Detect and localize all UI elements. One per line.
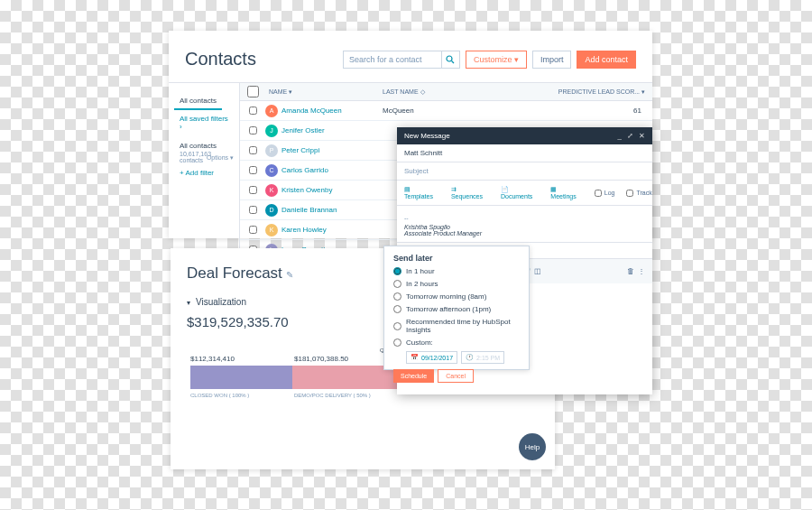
- documents-link[interactable]: 📄 Documents: [501, 186, 541, 199]
- bar-closed-won[interactable]: [190, 366, 292, 389]
- contacts-sidebar: All contacts All saved filters › All con…: [169, 83, 239, 260]
- contact-name[interactable]: Carlos Garrido: [281, 166, 383, 174]
- seg2-value: $181,070,388.50: [294, 355, 348, 363]
- import-button[interactable]: Import: [532, 51, 572, 69]
- opt-2hours[interactable]: In 2 hours: [393, 280, 520, 288]
- col-score[interactable]: PREDICTIVE LEAD SCOR... ▾: [491, 88, 652, 96]
- select-all-checkbox[interactable]: [247, 86, 259, 97]
- signature-title: Associate Product Manager: [404, 230, 645, 236]
- cancel-button[interactable]: Cancel: [438, 369, 474, 383]
- row-checkbox[interactable]: [249, 126, 257, 134]
- send-later-popup: Send later In 1 hour In 2 hours Tomorrow…: [383, 246, 530, 370]
- avatar: C: [265, 164, 278, 177]
- svg-line-1: [452, 60, 455, 63]
- row-checkbox[interactable]: [249, 226, 257, 234]
- table-header: NAME ▾ LAST NAME ◇ PREDICTIVE LEAD SCOR.…: [240, 83, 652, 101]
- svg-point-0: [447, 56, 452, 61]
- row-checkbox[interactable]: [249, 186, 257, 194]
- opt-custom[interactable]: Custom:: [393, 338, 520, 347]
- custom-time-input[interactable]: 🕐 2:15 PM: [461, 351, 504, 364]
- add-contact-button[interactable]: Add contact: [577, 51, 636, 69]
- seg2-label: DEMO/POC DELIVERY ( 50% ): [294, 393, 371, 398]
- table-row[interactable]: A Amanda McQueen McQueen 61: [240, 101, 652, 121]
- seg1-label: CLOSED WON ( 100% ): [190, 393, 294, 398]
- subject-field[interactable]: Subject: [397, 162, 652, 181]
- custom-date-input[interactable]: 📅 09/12/2017: [406, 351, 457, 364]
- log-checkbox[interactable]: [595, 190, 602, 197]
- close-icon[interactable]: ✕: [639, 132, 645, 140]
- contacts-header: Contacts Search for a contact Customize …: [169, 31, 652, 82]
- seg1-value: $112,314,410: [190, 355, 294, 363]
- sidebar-tab-all[interactable]: All contacts: [174, 93, 222, 110]
- trash-icon[interactable]: 🗑: [627, 267, 634, 275]
- contact-name[interactable]: Karen Howley: [281, 226, 383, 234]
- customize-button[interactable]: Customize ▾: [466, 51, 527, 69]
- row-checkbox[interactable]: [249, 107, 257, 115]
- avatar: P: [265, 144, 278, 157]
- help-button[interactable]: Help: [519, 433, 546, 460]
- opt-tomorrow-afternoon[interactable]: Tomorrow afternoon (1pm): [393, 305, 520, 313]
- contact-name[interactable]: Jenifer Ostler: [281, 126, 383, 134]
- add-filter-link[interactable]: + Add filter: [174, 163, 234, 182]
- contact-name[interactable]: Amanda McQueen: [281, 107, 383, 115]
- minimize-icon[interactable]: _: [618, 132, 622, 140]
- contact-lastname: McQueen: [383, 107, 491, 115]
- opt-1hour[interactable]: In 1 hour: [393, 267, 520, 275]
- saved-filters-link[interactable]: All saved filters ›: [174, 113, 234, 136]
- track-checkbox[interactable]: [626, 190, 633, 197]
- search-icon[interactable]: [442, 51, 460, 69]
- avatar: K: [265, 184, 278, 197]
- sidebar-heading: All contacts: [174, 136, 234, 151]
- page-title: Contacts: [185, 49, 343, 70]
- sequences-link[interactable]: ⇉ Sequences: [451, 186, 492, 199]
- message-body[interactable]: -- Krishtha Spugllo Associate Product Ma…: [397, 206, 652, 242]
- col-lastname[interactable]: LAST NAME ◇: [383, 88, 491, 96]
- edit-icon[interactable]: ✎: [286, 270, 293, 280]
- avatar: A: [265, 105, 278, 117]
- composer-titlebar[interactable]: New Message _ ⤢ ✕: [397, 127, 652, 144]
- composer-title: New Message: [404, 132, 613, 140]
- row-checkbox[interactable]: [249, 146, 257, 154]
- meetings-link[interactable]: ▦ Meetings: [550, 186, 585, 199]
- contact-score: 61: [491, 107, 652, 115]
- contact-name[interactable]: Danielle Brannan: [281, 206, 383, 214]
- avatar: D: [265, 204, 278, 217]
- more-icon[interactable]: ⋮: [638, 267, 645, 275]
- row-checkbox[interactable]: [249, 206, 257, 214]
- send-later-title: Send later: [393, 254, 520, 263]
- snippet-icon[interactable]: ◫: [534, 267, 541, 275]
- schedule-button[interactable]: Schedule: [393, 369, 434, 383]
- signature-name: Krishtha Spugllo: [404, 224, 645, 230]
- composer-toolbar: ▤ Templates ⇉ Sequences 📄 Documents ▦ Me…: [397, 181, 652, 206]
- col-name[interactable]: NAME ▾: [265, 88, 383, 96]
- row-checkbox[interactable]: [249, 166, 257, 174]
- avatar: K: [265, 224, 278, 236]
- contact-name[interactable]: Kristen Owenby: [281, 186, 383, 194]
- templates-link[interactable]: ▤ Templates: [404, 186, 442, 199]
- search-input[interactable]: Search for a contact: [343, 51, 442, 69]
- opt-tomorrow-morning[interactable]: Tomorrow morning (8am): [393, 292, 520, 301]
- to-field[interactable]: Matt Schnitt: [397, 144, 652, 162]
- expand-icon[interactable]: ⤢: [627, 132, 633, 140]
- avatar: J: [265, 125, 278, 137]
- opt-recommended[interactable]: Recommended time by HubSpot Insights: [393, 318, 520, 334]
- contact-name[interactable]: Peter Crippi: [281, 146, 383, 154]
